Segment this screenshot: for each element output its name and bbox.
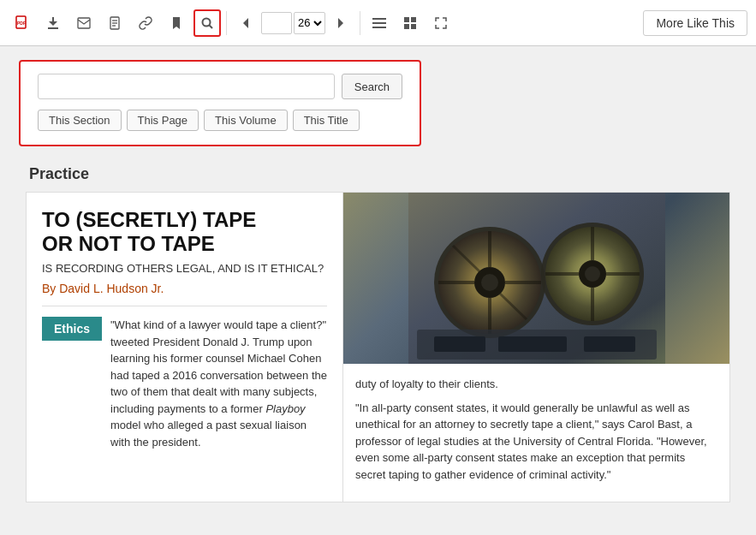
article-left: TO (SECRETLY) TAPE OR NOT TO TAPE IS REC… [27, 193, 343, 502]
more-like-this-button[interactable]: More Like This [643, 10, 747, 36]
article-body-row: Ethics "What kind of a lawyer would tape… [42, 317, 327, 450]
article-divider [42, 306, 327, 306]
section-label: Practice [26, 165, 730, 183]
svg-rect-15 [404, 24, 409, 29]
page-select[interactable]: 26 [294, 12, 325, 34]
this-page-btn[interactable]: This Page [127, 110, 199, 131]
search-scope-row: This Section This Page This Volume This … [38, 110, 402, 131]
article-subtitle: IS RECORDING OTHERS LEGAL, AND IS IT ETH… [42, 262, 327, 275]
svg-rect-37 [434, 336, 485, 352]
this-section-btn[interactable]: This Section [38, 110, 122, 131]
svg-rect-11 [372, 22, 386, 24]
article-body-text: "What kind of a lawyer would tape a clie… [110, 317, 327, 450]
svg-line-9 [210, 25, 213, 28]
svg-rect-38 [498, 336, 567, 352]
search-input-row: Search [38, 74, 402, 99]
title-line2: OR NOT TO TAPE [42, 232, 215, 255]
search-button[interactable] [193, 9, 221, 37]
download-button[interactable] [39, 9, 67, 37]
svg-point-8 [203, 18, 211, 26]
svg-rect-13 [404, 17, 409, 22]
svg-rect-14 [411, 17, 416, 22]
right-text-p2: "In all-party consent states, it would g… [355, 400, 717, 484]
prev-page-button[interactable] [232, 9, 259, 37]
title-line1: TO (SECRETLY) TAPE [42, 208, 256, 231]
this-volume-btn[interactable]: This Volume [204, 110, 288, 131]
main-content: Practice TO (SECRETLY) TAPE OR NOT TO TA… [0, 157, 756, 520]
page-number-input[interactable]: 26 [261, 12, 292, 34]
menu-button[interactable] [366, 9, 393, 37]
search-input[interactable] [38, 74, 335, 99]
search-submit-button[interactable]: Search [342, 74, 402, 99]
svg-rect-16 [411, 24, 416, 29]
right-text: duty of loyalty to their clients. "In al… [343, 364, 729, 502]
this-title-btn[interactable]: This Title [293, 110, 360, 131]
article-right: duty of loyalty to their clients. "In al… [343, 193, 729, 502]
svg-rect-2 [48, 27, 58, 29]
article-card: TO (SECRETLY) TAPE OR NOT TO TAPE IS REC… [26, 192, 730, 502]
toolbar: PDF [0, 0, 756, 46]
grid-button[interactable] [396, 9, 424, 37]
page-navigation: 26 26 [232, 9, 354, 37]
next-page-button[interactable] [327, 9, 354, 37]
article-image [343, 193, 729, 364]
svg-rect-39 [584, 336, 635, 352]
document-button[interactable] [101, 9, 128, 37]
link-button[interactable] [132, 9, 159, 37]
email-button[interactable] [70, 9, 98, 37]
separator-2 [360, 11, 360, 35]
article-author: By David L. Hudson Jr. [42, 282, 327, 295]
pdf-button[interactable]: PDF [9, 9, 36, 37]
svg-rect-3 [78, 18, 90, 28]
search-panel: Search This Section This Page This Volum… [19, 60, 421, 146]
svg-rect-10 [372, 18, 386, 20]
ethics-badge: Ethics [42, 317, 102, 341]
separator-1 [226, 11, 227, 35]
svg-rect-12 [372, 27, 386, 28]
right-text-p1: duty of loyalty to their clients. [355, 376, 717, 393]
svg-text:PDF: PDF [17, 21, 26, 26]
article-title: TO (SECRETLY) TAPE OR NOT TO TAPE [42, 208, 327, 255]
svg-point-31 [585, 266, 600, 282]
bookmark-button[interactable] [163, 9, 190, 37]
expand-button[interactable] [427, 9, 455, 37]
svg-point-21 [481, 274, 498, 291]
